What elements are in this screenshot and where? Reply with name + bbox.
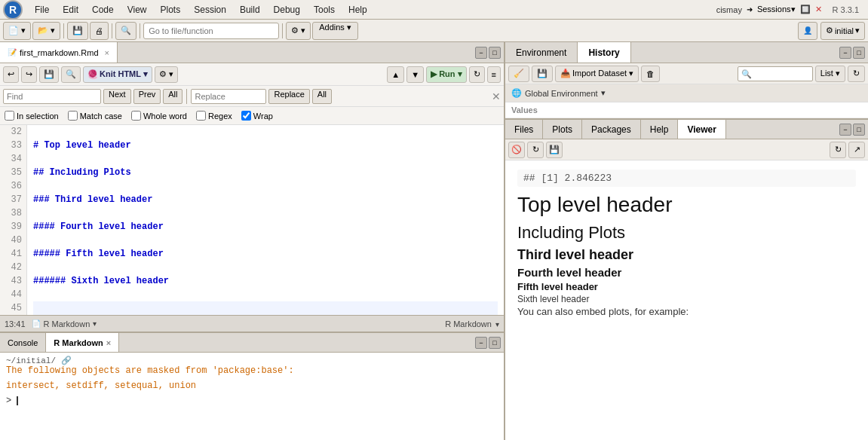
global-env-chevron[interactable]: ▾ [601,88,606,98]
print-btn[interactable]: 🖨 [90,22,109,40]
redo-btn[interactable]: ↪ [21,66,37,83]
find-close-btn[interactable]: ✕ [492,90,501,102]
rmarkdown-tab-close[interactable]: × [106,338,111,347]
menu-code[interactable]: Code [86,3,120,17]
console-tab-console[interactable]: Console [0,333,46,352]
addins-btn[interactable]: Addins ▾ [312,22,358,40]
console-minimize-btn[interactable]: − [475,337,487,349]
tab-viewer[interactable]: Viewer [678,120,725,139]
env-search-input[interactable] [738,66,813,81]
in-selection-option[interactable]: In selection [5,111,59,121]
code-content[interactable]: # Top level header ## Including Plots ##… [27,125,504,315]
find-all-btn[interactable]: All [163,89,182,104]
session-icon-btn[interactable]: 👤 [798,22,817,40]
settings-btn[interactable]: ⚙ ▾ [155,66,178,83]
wrap-checkbox[interactable] [241,111,251,121]
right-top-controls: − □ [839,42,868,63]
regex-option[interactable]: Regex [196,111,232,121]
menu-tools[interactable]: Tools [308,3,341,17]
regex-checkbox[interactable] [196,111,206,121]
console-maximize-btn[interactable]: □ [489,337,501,349]
tab-environment[interactable]: Environment [505,42,578,63]
right-top-minimize-btn[interactable]: − [839,47,851,59]
list-btn[interactable]: List ▾ [815,66,845,82]
viewer-maximize-btn[interactable]: □ [853,124,865,136]
refresh-btn[interactable]: ↻ [469,66,485,83]
session-arrow-icon: ➜ [747,5,753,14]
match-case-checkbox[interactable] [68,111,78,121]
file-type-chevron[interactable]: ▾ [93,319,97,328]
whole-word-option[interactable]: Whole word [131,111,187,121]
replace-btn[interactable]: Replace [268,89,309,104]
code-line-34 [33,152,498,166]
console-content[interactable]: ~/initial/ 🔗 The following objects are m… [0,353,504,440]
new-file-btn[interactable]: 📄 ▾ [3,22,31,40]
menu-debug[interactable]: Debug [268,3,306,17]
import-dataset-btn[interactable]: 📥 Import Dataset ▾ [555,66,639,82]
replace-input[interactable] [191,89,266,104]
viewer-popout-btn[interactable]: ↗ [848,142,865,158]
viewer-refresh-btn[interactable]: ↻ [527,142,544,158]
editor-tab-rmd[interactable]: 📝 first_rmarkdown.Rmd × [0,42,118,63]
save-editor-btn[interactable]: 💾 [39,66,59,83]
match-case-label: Match case [80,112,122,121]
toolbar-sep-4 [282,23,283,38]
menu-build[interactable]: Build [234,3,266,17]
open-file-btn[interactable]: 📂 ▾ [32,22,60,40]
viewer-minimize-btn[interactable]: − [839,124,851,136]
r-version-label: R 3.3.1 [833,5,859,14]
whole-word-checkbox[interactable] [131,111,141,121]
viewer-back-btn[interactable]: 🚫 [508,142,525,158]
editor-maximize-btn[interactable]: □ [489,47,501,59]
wrap-option[interactable]: Wrap [241,111,273,121]
in-selection-checkbox[interactable] [5,111,14,121]
down-chunk-btn[interactable]: ▼ [406,66,424,83]
files-tab-label: Files [514,124,533,135]
menu-view[interactable]: View [121,3,153,17]
tab-history[interactable]: History [578,42,630,63]
menu-plots[interactable]: Plots [155,3,187,17]
up-chunk-btn[interactable]: ▲ [387,66,404,83]
clear-env-btn[interactable]: 🗑 [641,66,660,82]
save-btn[interactable]: 💾 [67,22,88,40]
console-path-icon[interactable]: 🔗 [61,356,72,365]
find-btn[interactable]: 🔍 [115,22,136,40]
broom-btn[interactable]: 🧹 [508,66,529,82]
menu-file[interactable]: File [29,3,55,17]
menu-session[interactable]: Session [188,3,232,17]
match-case-option[interactable]: Match case [68,111,122,121]
close-app-icon[interactable]: ✕ [815,5,822,14]
console-tab-bar: Console R Markdown × − □ [0,333,504,353]
more-editor-btn[interactable]: ≡ [487,66,501,83]
initial-session-btn[interactable]: ⚙ initial ▾ [820,22,865,40]
search-editor-btn[interactable]: 🔍 [61,66,81,83]
menu-help[interactable]: Help [342,3,373,17]
viewer-export-btn[interactable]: 💾 [546,142,563,158]
status-right-chevron[interactable]: ▾ [495,320,499,328]
save-env-btn[interactable]: 💾 [532,66,553,82]
code-tools-btn[interactable]: ⚙ ▾ [286,22,311,40]
console-tab-rmarkdown[interactable]: R Markdown × [46,333,119,352]
tab-help[interactable]: Help [641,120,679,139]
find-input[interactable] [3,89,101,104]
plots-tab-label: Plots [552,124,572,135]
knit-btn[interactable]: 🧶 Knit HTML ▾ [83,66,152,83]
viewer-sync-btn[interactable]: ↻ [830,142,846,158]
editor-tab-close[interactable]: × [105,48,109,57]
tab-files[interactable]: Files [505,120,543,139]
go-to-file-input[interactable] [143,23,279,39]
find-next-btn[interactable]: Next [103,89,131,104]
menu-edit[interactable]: Edit [57,3,84,17]
sessions-btn[interactable]: Sessions▾ [757,5,796,14]
editor-minimize-btn[interactable]: − [475,47,487,59]
right-top-maximize-btn[interactable]: □ [853,47,865,59]
replace-all-btn[interactable]: All [312,89,332,104]
tab-plots[interactable]: Plots [543,120,582,139]
file-type-label: R Markdown [44,319,90,328]
find-prev-btn[interactable]: Prev [133,89,161,104]
code-editor[interactable]: 32 33 34 35 36 37 38 39 40 41 42 43 44 4… [0,125,504,315]
run-btn[interactable]: ▶ Run ▾ [426,66,467,83]
undo-btn[interactable]: ↩ [3,66,19,83]
env-refresh-btn[interactable]: ↻ [848,66,865,82]
tab-packages[interactable]: Packages [582,120,641,139]
